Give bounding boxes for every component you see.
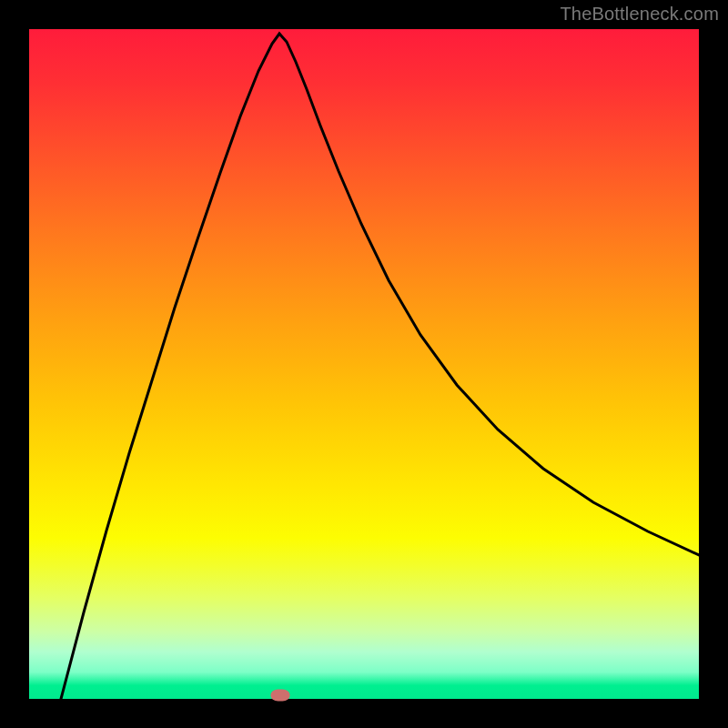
plot-area xyxy=(29,29,699,699)
bottleneck-curve xyxy=(61,34,699,699)
chart-frame: TheBottleneck.com xyxy=(0,0,728,728)
bottleneck-marker xyxy=(271,690,290,702)
watermark-text: TheBottleneck.com xyxy=(560,4,719,25)
curve-svg xyxy=(29,29,699,699)
